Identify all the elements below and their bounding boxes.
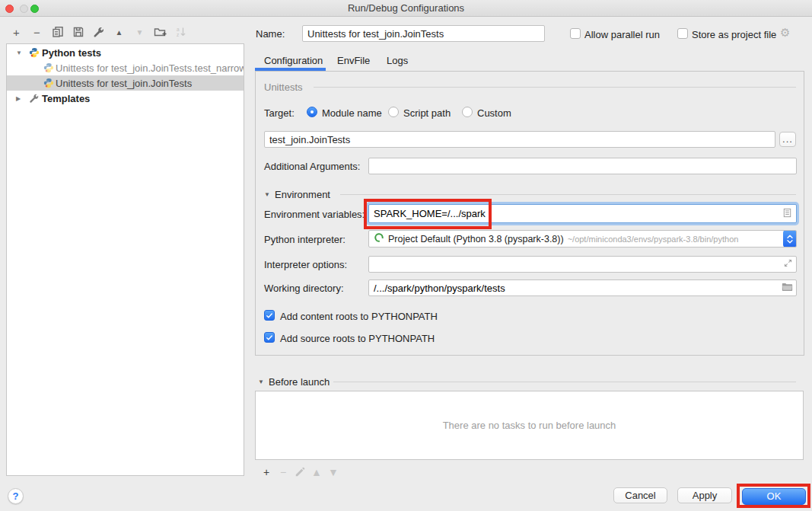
conda-env-icon — [374, 232, 384, 245]
section-divider — [340, 194, 796, 195]
python-test-icon — [43, 78, 54, 91]
add-content-roots-label[interactable]: Add content roots to PYTHONPATH — [280, 311, 438, 322]
tab-logs[interactable]: Logs — [387, 55, 408, 66]
name-label: Name: — [256, 28, 285, 40]
before-launch-toolbar: + − ▲ ▼ — [258, 465, 342, 480]
copy-configuration-icon[interactable] — [47, 23, 68, 41]
section-divider — [333, 382, 796, 382]
additional-arguments-label: Additional Arguments: — [264, 161, 360, 172]
radio-script-path[interactable] — [388, 107, 399, 117]
zoom-button[interactable] — [30, 5, 39, 13]
tree-item-unittest-jointests-selected[interactable]: Unittests for test_join.JoinTests — [7, 75, 244, 91]
environment-variables-field[interactable] — [368, 204, 797, 223]
radio-custom-label[interactable]: Custom — [477, 107, 511, 119]
tree-item-label: Unittests for test_join.JoinTests.test_n… — [56, 62, 244, 74]
interpreter-options-input[interactable] — [374, 259, 791, 270]
before-launch-collapse-icon[interactable]: ▼ — [258, 378, 264, 385]
chevron-right-icon[interactable]: ▶ — [16, 95, 21, 102]
close-button[interactable] — [5, 5, 14, 13]
wrench-icon — [29, 93, 40, 106]
remove-configuration-button[interactable]: − — [27, 23, 47, 41]
chevron-down-icon[interactable]: ▼ — [16, 50, 22, 56]
target-label: Target: — [264, 107, 295, 119]
radio-module-name-label[interactable]: Module name — [322, 107, 382, 119]
cancel-button[interactable]: Cancel — [613, 487, 667, 503]
folder-icon[interactable] — [782, 282, 793, 294]
svg-text:z: z — [177, 32, 179, 37]
edit-templates-wrench-icon[interactable] — [88, 23, 109, 41]
window-title: Run/Debug Configurations — [0, 0, 812, 16]
python-icon — [29, 47, 40, 60]
additional-arguments-input[interactable] — [368, 158, 797, 174]
python-interpreter-label: Python interpreter: — [264, 234, 345, 245]
tab-configuration[interactable]: Configuration — [264, 55, 323, 66]
tree-item-label: Unittests for test_join.JoinTests — [56, 78, 192, 89]
add-source-roots-label[interactable]: Add source roots to PYTHONPATH — [280, 333, 435, 344]
tree-item-label: Python tests — [42, 47, 101, 59]
add-configuration-button[interactable]: + — [6, 23, 27, 41]
radio-script-path-label[interactable]: Script path — [403, 107, 451, 119]
titlebar: Run/Debug Configurations — [0, 0, 812, 17]
store-as-project-file-checkbox[interactable] — [677, 28, 688, 39]
move-down-button: ▼ — [129, 23, 150, 41]
save-configuration-icon[interactable] — [68, 23, 88, 41]
python-test-icon — [43, 62, 54, 75]
working-directory-input[interactable] — [374, 283, 791, 294]
interpreter-options-field[interactable] — [368, 256, 797, 273]
environment-section-label: Environment — [275, 189, 330, 200]
store-as-project-file-label: Store as project file — [692, 29, 776, 40]
add-task-button[interactable]: + — [258, 465, 275, 480]
remove-task-button: − — [275, 465, 291, 480]
tree-item-templates[interactable]: ▶ Templates — [7, 91, 244, 106]
radio-module-name[interactable] — [307, 107, 317, 117]
section-divider — [314, 87, 796, 88]
tab-envfile[interactable]: EnvFile — [337, 55, 370, 66]
module-name-input[interactable] — [264, 131, 775, 148]
expand-field-icon[interactable] — [783, 258, 793, 270]
working-directory-field[interactable] — [368, 279, 797, 296]
configurations-toolbar: + − ▲ ▼ az — [6, 23, 191, 41]
before-launch-task-list: There are no tasks to run before launch — [255, 391, 804, 460]
interpreter-value: Project Default (Python 3.8 (pyspark-3.8… — [388, 234, 564, 244]
sort-alphabetically-icon: az — [170, 23, 191, 41]
browse-env-variables-icon[interactable] — [782, 207, 793, 221]
name-input[interactable] — [302, 25, 545, 42]
add-source-roots-checkbox[interactable] — [264, 332, 275, 343]
tree-item-unittest-narrow[interactable]: Unittests for test_join.JoinTests.test_n… — [7, 60, 244, 75]
edit-task-pencil-icon — [291, 465, 308, 480]
apply-button[interactable]: Apply — [677, 487, 732, 503]
ok-button[interactable]: OK — [742, 488, 806, 505]
move-task-down-button: ▼ — [325, 465, 342, 480]
browse-button[interactable]: ... — [779, 132, 796, 147]
move-up-button[interactable]: ▲ — [109, 23, 129, 41]
interpreter-path: ~/opt/miniconda3/envs/pyspark-3.8/bin/py… — [568, 235, 739, 244]
environment-variables-input[interactable] — [374, 208, 791, 219]
move-task-up-button: ▲ — [308, 465, 325, 480]
help-button[interactable]: ? — [8, 488, 24, 504]
environment-collapse-icon[interactable]: ▼ — [264, 191, 270, 198]
configurations-tree: ▼ Python tests Unittests for test_join.J… — [6, 43, 244, 476]
interpreter-options-label: Interpreter options: — [264, 259, 347, 270]
before-launch-empty-text: There are no tasks to run before launch — [443, 420, 616, 431]
tree-item-python-tests[interactable]: ▼ Python tests — [7, 45, 244, 60]
environment-variables-label: Environment variables: — [264, 209, 365, 220]
python-interpreter-dropdown[interactable]: Project Default (Python 3.8 (pyspark-3.8… — [368, 230, 797, 248]
minimize-button — [20, 5, 28, 13]
allow-parallel-run-label: Allow parallel run — [584, 29, 660, 40]
tree-item-label: Templates — [42, 93, 90, 104]
svg-text:a: a — [177, 27, 180, 32]
working-directory-label: Working directory: — [264, 283, 344, 294]
radio-custom[interactable] — [462, 107, 473, 117]
dropdown-stepper-icon[interactable] — [783, 230, 797, 248]
unittests-section-label: Unittests — [264, 81, 303, 93]
allow-parallel-run-checkbox[interactable] — [570, 28, 581, 39]
create-folder-icon[interactable] — [150, 23, 170, 41]
before-launch-section-label: Before launch — [269, 376, 330, 388]
gear-icon[interactable]: ⚙ — [780, 26, 790, 40]
add-content-roots-checkbox[interactable] — [264, 310, 275, 321]
